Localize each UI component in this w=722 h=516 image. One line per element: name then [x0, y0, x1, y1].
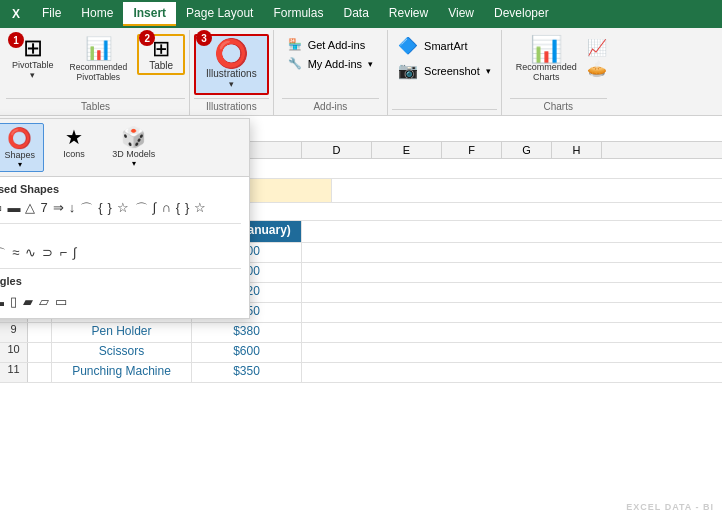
right1-label	[392, 109, 497, 115]
shape-squig[interactable]: ∫	[151, 199, 159, 219]
col-header-G[interactable]: G	[502, 142, 552, 158]
recommended-pivot-button[interactable]: 📊 RecommendedPivotTables	[64, 34, 134, 84]
app-icon: X	[0, 7, 32, 21]
recently-used-title: Recently Used Shapes	[0, 177, 249, 197]
rect-4[interactable]: ▯	[8, 293, 19, 312]
recommended-charts-icon: 📊	[530, 36, 562, 62]
tables-group-label: Tables	[6, 98, 185, 115]
my-addins-arrow: ▾	[368, 59, 373, 69]
shapes-sub-label: Shapes	[5, 150, 36, 160]
menu-page-layout[interactable]: Page Layout	[176, 2, 263, 26]
screenshot-icon: 📷	[398, 61, 418, 80]
watermark: EXCEL DATA - BI	[626, 502, 714, 512]
menu-formulas[interactable]: Formulas	[263, 2, 333, 26]
menu-items: File Home Insert Page Layout Formulas Da…	[32, 2, 559, 26]
col-header-E[interactable]: E	[372, 142, 442, 158]
3d-sub-label: 3D Models	[112, 149, 155, 159]
shape-bracket2[interactable]: }	[105, 199, 113, 219]
line-9[interactable]: ⌐	[57, 244, 69, 264]
ribbon-group-tables: ⊞ PivotTable ▾ 1 📊 RecommendedPivotTable…	[2, 30, 190, 115]
shape-rect3[interactable]: ▬	[5, 199, 22, 219]
shape-rect2[interactable]: ▭	[0, 199, 4, 219]
line-6[interactable]: ≈	[10, 244, 21, 264]
chart-pie-icon[interactable]: 🥧	[587, 59, 607, 78]
smartart-icon: 🔷	[398, 36, 418, 55]
shapes-sub-button[interactable]: ⭕ Shapes ▾	[0, 123, 44, 172]
shape-arr-down[interactable]: ↓	[67, 199, 78, 219]
line-10[interactable]: ∫	[71, 244, 79, 264]
cell-product-7[interactable]: Punching Machine	[52, 363, 192, 382]
get-addins-button[interactable]: 🏪 Get Add-ins	[282, 36, 379, 53]
shape-arc[interactable]: ⌒	[133, 199, 150, 219]
chart-bar-icon[interactable]: 📈	[587, 38, 607, 57]
cell-rest5	[302, 243, 722, 262]
pivot-table-btn-wrapper: ⊞ PivotTable ▾ 1	[6, 34, 60, 82]
line-8[interactable]: ⊃	[40, 244, 55, 264]
recommended-charts-button[interactable]: 📊 RecommendedCharts	[510, 34, 583, 84]
col-header-F[interactable]: F	[442, 142, 502, 158]
addin-buttons: 🏪 Get Add-ins 🔧 My Add-ins ▾	[282, 30, 379, 96]
shape-brace-right[interactable]: }	[183, 199, 191, 219]
menu-data[interactable]: Data	[333, 2, 378, 26]
shape-tri[interactable]: △	[23, 199, 37, 219]
cell-a9[interactable]	[28, 323, 52, 342]
shape-star2[interactable]: ☆	[192, 199, 208, 219]
col-header-D[interactable]: D	[302, 142, 372, 158]
cell-rest7	[302, 283, 722, 302]
cell-product-6[interactable]: Scissors	[52, 343, 192, 362]
my-addins-button[interactable]: 🔧 My Add-ins ▾	[282, 55, 379, 72]
line-7[interactable]: ∿	[23, 244, 38, 264]
rect-6[interactable]: ▱	[37, 293, 51, 312]
pivot-table-label: PivotTable	[12, 60, 54, 70]
rectangles-shapes: □ ▭ ⊓ ▬ ▯ ▰ ▱ ▭	[0, 291, 249, 318]
cell-rest9	[302, 323, 722, 342]
menu-view[interactable]: View	[438, 2, 484, 26]
cell-a11[interactable]	[28, 363, 52, 382]
shape-7[interactable]: 7	[38, 199, 49, 219]
cell-rest2	[332, 179, 722, 202]
smartart-label: SmartArt	[424, 40, 467, 52]
rect-3[interactable]: ▬	[0, 293, 6, 312]
shape-star[interactable]: ☆	[115, 199, 131, 219]
shape-curve[interactable]: ⌒	[78, 199, 95, 219]
shape-bracket[interactable]: {	[96, 199, 104, 219]
shape-n[interactable]: ∩	[159, 199, 172, 219]
row-num: 9	[0, 323, 28, 342]
ribbon-group-right1: 🔷 SmartArt 📷 Screenshot ▾	[388, 30, 502, 115]
cell-sales-6[interactable]: $600	[192, 343, 302, 362]
shapes-dropdown: 🖼 Pictures ▾ ⭕ Shapes ▾ ★ Icons 🎲 3D Mod…	[0, 118, 250, 319]
recommended-charts-label: RecommendedCharts	[516, 62, 577, 82]
shape-arr-right[interactable]: ⇒	[51, 199, 66, 219]
rect-7[interactable]: ▭	[53, 293, 69, 312]
illustrations-group-label: Illustrations	[194, 98, 269, 115]
ribbon: ⊞ PivotTable ▾ 1 📊 RecommendedPivotTable…	[0, 28, 722, 116]
chart-type-icons: 📈 🥧	[587, 34, 607, 78]
icons-sub-label: Icons	[63, 149, 85, 159]
3d-models-sub-button[interactable]: 🎲 3D Models ▾	[104, 123, 163, 172]
screenshot-button[interactable]: 📷 Screenshot ▾	[392, 59, 497, 82]
menu-insert[interactable]: Insert	[123, 2, 176, 26]
table-row: 9 Pen Holder $380	[0, 323, 722, 343]
cell-product-5[interactable]: Pen Holder	[52, 323, 192, 342]
addins-label: Add-ins	[282, 98, 379, 115]
menu-file[interactable]: File	[32, 2, 71, 26]
table-icon: ⊞	[152, 38, 170, 60]
menu-review[interactable]: Review	[379, 2, 438, 26]
smartart-button[interactable]: 🔷 SmartArt	[392, 34, 497, 57]
cell-sales-5[interactable]: $380	[192, 323, 302, 342]
rect-5[interactable]: ▰	[21, 293, 35, 312]
shape-brace-left[interactable]: {	[174, 199, 182, 219]
menu-developer[interactable]: Developer	[484, 2, 559, 26]
lines-title: Lines	[0, 224, 249, 242]
col-header-H[interactable]: H	[552, 142, 602, 158]
cell-rest6	[302, 263, 722, 282]
menu-home[interactable]: Home	[71, 2, 123, 26]
icons-icon: ★	[65, 125, 83, 149]
icons-sub-button[interactable]: ★ Icons	[52, 123, 96, 172]
cell-sales-7[interactable]: $350	[192, 363, 302, 382]
3d-icon: 🎲	[121, 125, 146, 149]
cell-a10[interactable]	[28, 343, 52, 362]
table-row: 10 Scissors $600	[0, 343, 722, 363]
line-5[interactable]: ⌒	[0, 244, 8, 264]
pivot-table-icon: ⊞	[23, 36, 43, 60]
